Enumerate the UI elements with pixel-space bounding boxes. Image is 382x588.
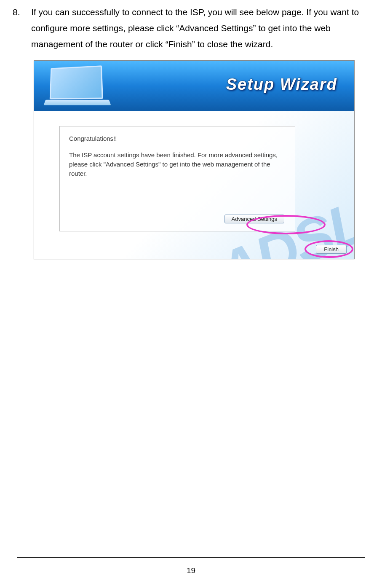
wizard-header: Setup Wizard (34, 61, 354, 112)
content-box: Congratulations!! The ISP account settin… (59, 126, 295, 231)
finish-button-wrapper: Finish (316, 245, 347, 254)
advanced-settings-button[interactable]: Advanced Settings (224, 215, 284, 223)
finish-button[interactable]: Finish (316, 245, 347, 254)
wizard-screenshot: Setup Wizard ADSL Congratulations!! The … (34, 60, 355, 259)
page-number: 19 (187, 566, 195, 575)
step-number: 8. (13, 4, 31, 52)
wizard-body: ADSL Congratulations!! The ISP account s… (34, 111, 354, 259)
page-footer: 19 (0, 557, 382, 575)
info-text: The ISP account settings have been finis… (69, 150, 286, 178)
footer-divider (17, 557, 365, 558)
advanced-button-wrapper: Advanced Settings (224, 215, 284, 223)
step-body: If you can successfully to connect to th… (31, 4, 369, 52)
wizard-title: Setup Wizard (226, 75, 337, 94)
laptop-icon (45, 66, 112, 106)
step-instruction: 8. If you can successfully to connect to… (13, 4, 369, 52)
congrats-text: Congratulations!! (69, 135, 286, 142)
